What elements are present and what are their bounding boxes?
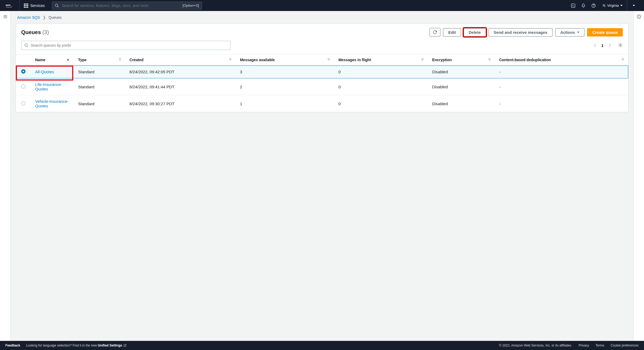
- row-radio[interactable]: [21, 84, 25, 89]
- cell-type: Standard: [74, 78, 125, 95]
- cell-in-flight: 0: [334, 65, 428, 78]
- chevron-left-icon: [594, 43, 597, 47]
- refresh-button[interactable]: [430, 28, 440, 37]
- hamburger-icon: [3, 14, 8, 19]
- search-icon: [24, 43, 28, 48]
- sort-icon: ▽: [229, 58, 231, 61]
- svg-point-8: [25, 44, 27, 46]
- queue-link[interactable]: Life-Insurance-Quotes: [35, 82, 62, 91]
- queue-link[interactable]: Vehicle-Insurance-Quotes: [35, 99, 68, 108]
- breadcrumb-root[interactable]: Amazon SQS: [17, 15, 40, 20]
- panel-title: Queues (3): [21, 29, 49, 35]
- pager-prev[interactable]: [592, 42, 598, 48]
- filter-input[interactable]: [31, 43, 228, 48]
- cell-dedup: -: [495, 78, 628, 95]
- help-icon: [591, 3, 596, 8]
- services-grid-icon: [24, 3, 28, 8]
- col-messages-in-flight[interactable]: Messages in flight▽: [334, 54, 428, 65]
- cell-created: 8/24/2022, 09:41:44 PDT: [125, 78, 236, 95]
- cell-available: 3: [236, 65, 334, 78]
- table-settings-button[interactable]: [618, 43, 623, 48]
- cell-encryption: Disabled: [428, 65, 495, 78]
- queue-link[interactable]: All-Quotes: [35, 70, 54, 74]
- cell-type: Standard: [74, 65, 125, 78]
- help-button[interactable]: [588, 0, 598, 11]
- search-icon: [55, 3, 59, 8]
- cell-in-flight: 0: [334, 78, 428, 95]
- table-row[interactable]: Life-Insurance-Quotes Standard 8/24/2022…: [16, 78, 628, 95]
- refresh-icon: [433, 30, 437, 35]
- col-messages-available[interactable]: Messages available▽: [236, 54, 334, 65]
- left-rail: [0, 11, 11, 341]
- cloudshell-icon: [571, 3, 576, 8]
- col-type[interactable]: Type▽: [74, 54, 125, 65]
- table-row[interactable]: Vehicle-Insurance-Quotes Standard 8/24/2…: [16, 95, 628, 112]
- global-search-input[interactable]: [62, 3, 180, 8]
- caret-down-icon: [620, 5, 623, 6]
- region-label: N. Virginia: [603, 3, 619, 8]
- panel-title-text: Queues: [21, 29, 41, 35]
- services-label: Services: [30, 3, 45, 8]
- sort-asc-icon: ▲: [67, 58, 69, 61]
- col-name[interactable]: Name▲: [31, 54, 74, 65]
- col-encryption[interactable]: Encryption▽: [428, 54, 495, 65]
- caret-down-icon: [577, 32, 579, 33]
- caret-down-icon: [633, 5, 635, 6]
- cell-in-flight: 0: [334, 95, 428, 112]
- cell-created: 8/24/2022, 09:30:27 PDT: [125, 95, 236, 112]
- filter-row: 1: [16, 41, 628, 54]
- row-radio[interactable]: [21, 69, 25, 74]
- aws-logo[interactable]: aws: [4, 0, 20, 11]
- queues-table: Name▲ Type▽ Created▽ Messages available▽…: [16, 54, 628, 112]
- cell-type: Standard: [74, 95, 125, 112]
- cloudshell-button[interactable]: [568, 0, 578, 11]
- sort-icon: ▽: [421, 58, 423, 61]
- svg-text:aws: aws: [6, 3, 10, 6]
- breadcrumb-current: Queues: [49, 15, 62, 20]
- panel-title-count: (3): [42, 29, 49, 35]
- chevron-right-icon: [608, 43, 611, 47]
- account-dropdown[interactable]: [627, 0, 640, 11]
- edit-button[interactable]: Edit: [443, 28, 461, 37]
- panel-header: Queues (3) Edit Delete Send and receive …: [16, 24, 628, 41]
- open-nav-button[interactable]: [3, 14, 8, 341]
- pager-current: 1: [601, 43, 603, 48]
- col-content-dedup[interactable]: Content-based deduplication▽: [495, 54, 628, 65]
- breadcrumb: Amazon SQS ❯ Queues: [16, 11, 628, 23]
- col-created[interactable]: Created▽: [125, 54, 236, 65]
- right-rail: [633, 11, 644, 341]
- actions-dropdown-label: Actions: [560, 30, 575, 35]
- svg-point-10: [620, 44, 621, 46]
- cell-created: 8/24/2022, 09:42:05 PDT: [125, 65, 236, 78]
- main-content: Amazon SQS ❯ Queues Queues (3) Edit Dele…: [11, 11, 633, 341]
- sort-icon: ▽: [119, 58, 121, 61]
- info-icon: [636, 14, 641, 19]
- row-radio[interactable]: [21, 101, 25, 105]
- pager-next[interactable]: [607, 42, 613, 48]
- cell-encryption: Disabled: [428, 95, 495, 112]
- svg-line-9: [27, 46, 28, 47]
- info-panel-button[interactable]: [636, 14, 641, 341]
- cell-dedup: -: [495, 65, 628, 78]
- pager: 1: [592, 42, 623, 48]
- region-picker[interactable]: N. Virginia: [598, 0, 627, 11]
- bell-icon: [581, 3, 586, 8]
- cell-available: 1: [236, 95, 334, 112]
- delete-button[interactable]: Delete: [464, 28, 486, 37]
- gear-icon: [618, 43, 623, 48]
- global-search[interactable]: [Option+S]: [52, 2, 202, 10]
- create-queue-button[interactable]: Create queue: [587, 28, 623, 37]
- cell-dedup: -: [495, 95, 628, 112]
- top-nav: aws Services [Option+S] N. Virginia: [0, 0, 644, 11]
- chevron-right-icon: ❯: [43, 15, 46, 20]
- table-row[interactable]: All-Quotes Standard 8/24/2022, 09:42:05 …: [16, 65, 628, 78]
- svg-point-13: [639, 16, 639, 16]
- filter-input-wrap[interactable]: [21, 41, 230, 50]
- notifications-button[interactable]: [578, 0, 588, 11]
- sort-icon: ▽: [328, 58, 330, 61]
- actions-dropdown[interactable]: Actions: [555, 28, 584, 37]
- services-button[interactable]: Services: [20, 0, 49, 11]
- panel-actions: Edit Delete Send and receive messages Ac…: [430, 28, 623, 37]
- send-receive-button[interactable]: Send and receive messages: [489, 28, 552, 37]
- sort-icon: ▽: [622, 58, 624, 61]
